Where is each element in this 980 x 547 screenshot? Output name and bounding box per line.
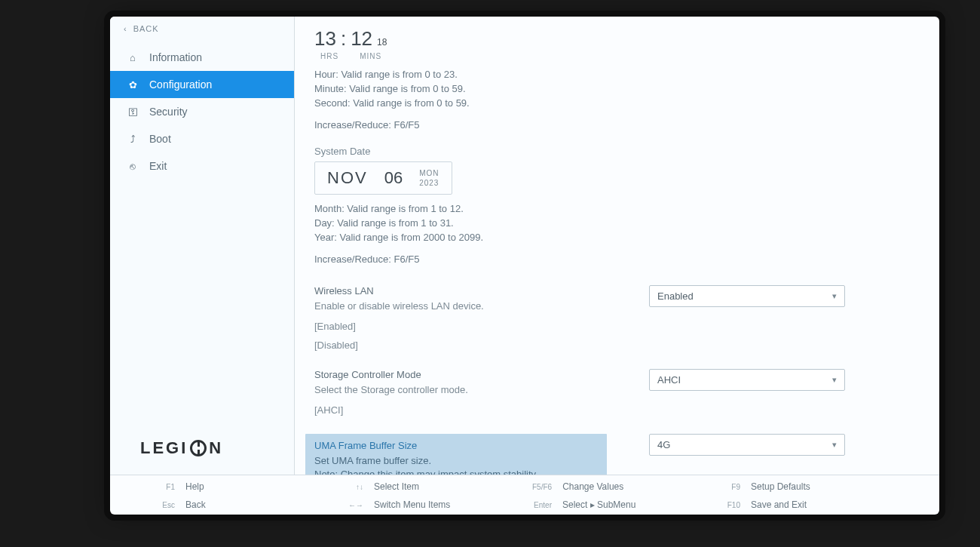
setting-storage-mode: Storage Controller Mode Select the Stora… xyxy=(314,369,920,416)
sidebar-item-configuration[interactable]: ✿ Configuration xyxy=(110,71,294,98)
storage-select[interactable]: AHCI ▾ xyxy=(649,369,845,391)
storage-value: AHCI xyxy=(657,374,681,386)
system-time[interactable]: 13 : 12 18 xyxy=(314,27,920,51)
hotkey-label: Change Values xyxy=(562,481,623,492)
time-sep: : xyxy=(341,27,346,51)
sidebar-item-label: Information xyxy=(149,51,202,63)
back-label: BACK xyxy=(133,24,159,33)
storage-opt-ahci: [AHCI] xyxy=(314,404,631,416)
date-help-3: Year: Valid range is from 2000 to 2099. xyxy=(314,231,920,245)
wireless-opt-disabled: [Disabled] xyxy=(314,340,631,351)
chevron-down-icon: ▾ xyxy=(832,291,837,301)
hotkey-label: Select Item xyxy=(374,481,419,492)
setting-uma-frame-buffer: UMA Frame Buffer Size Set UMA frame buff… xyxy=(314,434,920,475)
time-increase-reduce: Increase/Reduce: F6/F5 xyxy=(314,118,920,133)
setting-wireless-lan: Wireless LAN Enable or disable wireless … xyxy=(314,285,920,351)
sidebar-item-information[interactable]: ⌂ Information xyxy=(110,44,294,71)
time-help-1: Hour: Valid range is from 0 to 23. xyxy=(314,68,920,82)
hotkey-key: ↑↓ xyxy=(344,483,363,491)
date-increase-reduce: Increase/Reduce: F6/F5 xyxy=(314,253,920,267)
date-help-2: Day: Valid range is from 1 to 31. xyxy=(314,217,920,231)
device-frame: ‹ BACK ⌂ Information ✿ Configuration ⚿ S… xyxy=(0,0,980,547)
hotkey-label: Save and Exit xyxy=(751,499,807,510)
time-hours: 13 xyxy=(314,27,336,51)
hotkey-key: F1 xyxy=(155,483,175,491)
hotkey-save-exit: F10 Save and Exit xyxy=(721,499,909,510)
hotkey-setup-defaults: F9 Setup Defaults xyxy=(721,481,909,492)
sidebar-item-boot[interactable]: ⤴ Boot xyxy=(110,125,294,152)
uma-select[interactable]: 4G ▾ xyxy=(649,434,845,456)
wireless-value: Enabled xyxy=(657,290,694,302)
system-date[interactable]: NOV 06 MON 2023 xyxy=(314,161,452,195)
lock-icon: ⚿ xyxy=(127,106,139,118)
mins-label: MINS xyxy=(360,52,381,60)
uma-value: 4G xyxy=(657,439,670,450)
time-minutes: 12 xyxy=(351,27,372,51)
hotkey-key: Enter xyxy=(532,501,552,509)
chevron-down-icon: ▾ xyxy=(832,375,837,385)
system-date-label: System Date xyxy=(314,146,920,157)
hotkey-switch-menu: ←→ Switch Menu Items xyxy=(344,499,532,510)
hotkey-help: F1 Help xyxy=(155,481,344,492)
hotkey-key: F5/F6 xyxy=(532,483,552,491)
storage-desc: Select the Storage controller mode. xyxy=(314,383,631,397)
hotkey-label: Switch Menu Items xyxy=(374,499,450,510)
boot-icon: ⤴ xyxy=(127,134,139,145)
uma-highlight: UMA Frame Buffer Size Set UMA frame buff… xyxy=(305,434,607,475)
time-help-2: Minute: Valid range is from 0 to 59. xyxy=(314,82,920,97)
sidebar-item-label: Security xyxy=(149,106,188,118)
uma-desc: Set UMA frame buffer size. Note: Change … xyxy=(314,454,598,475)
date-help-1: Month: Valid range is from 1 to 12. xyxy=(314,202,920,217)
brand-logo: LEGIN xyxy=(110,438,294,475)
back-button[interactable]: ‹ BACK xyxy=(110,17,294,41)
date-month: NOV xyxy=(327,168,368,188)
sidebar-item-label: Exit xyxy=(149,160,167,172)
date-dow: MON xyxy=(419,168,439,178)
hotkey-key: F9 xyxy=(721,483,740,491)
wireless-title: Wireless LAN xyxy=(314,285,631,297)
uma-title: UMA Frame Buffer Size xyxy=(314,440,598,451)
brand-o-icon xyxy=(190,440,207,456)
sidebar-item-label: Configuration xyxy=(149,78,212,91)
hotkey-label: Select ▸ SubMenu xyxy=(562,499,635,510)
wireless-desc: Enable or disable wireless LAN device. xyxy=(314,300,631,313)
sidebar-item-label: Boot xyxy=(149,133,171,145)
hotkey-back: Esc Back xyxy=(155,499,344,510)
nav: ⌂ Information ✿ Configuration ⚿ Security… xyxy=(110,44,294,438)
storage-title: Storage Controller Mode xyxy=(314,369,631,380)
time-seconds: 18 xyxy=(377,37,387,48)
date-day: 06 xyxy=(384,168,403,188)
sidebar-item-exit[interactable]: ⎋ Exit xyxy=(110,152,294,180)
hotkey-select-item: ↑↓ Select Item xyxy=(344,481,532,492)
exit-icon: ⎋ xyxy=(127,161,139,172)
hotkey-label: Setup Defaults xyxy=(751,481,810,492)
main-area: ‹ BACK ⌂ Information ✿ Configuration ⚿ S… xyxy=(110,17,939,475)
wireless-opt-enabled: [Enabled] xyxy=(314,321,631,332)
date-year: 2023 xyxy=(419,178,439,188)
hotkey-label: Help xyxy=(185,481,204,492)
hotkey-change-values: F5/F6 Change Values xyxy=(532,481,721,492)
wireless-select[interactable]: Enabled ▾ xyxy=(649,285,845,307)
hotkey-select-submenu: Enter Select ▸ SubMenu xyxy=(532,499,721,510)
footer-hotkeys: F1 Help ↑↓ Select Item F5/F6 Change Valu… xyxy=(110,475,939,515)
time-help-3: Second: Valid range is from 0 to 59. xyxy=(314,97,920,111)
hrs-label: HRS xyxy=(320,52,338,60)
hotkey-key: F10 xyxy=(721,501,740,509)
hotkey-key: Esc xyxy=(155,501,175,509)
chevron-left-icon: ‹ xyxy=(124,24,127,33)
bios-screen: ‹ BACK ⌂ Information ✿ Configuration ⚿ S… xyxy=(110,17,939,515)
sidebar: ‹ BACK ⌂ Information ✿ Configuration ⚿ S… xyxy=(110,17,295,475)
content-pane[interactable]: 13 : 12 18 HRS MINS Hour: Valid range is… xyxy=(295,17,939,475)
hotkey-label: Back xyxy=(185,499,206,510)
home-icon: ⌂ xyxy=(127,52,139,63)
gear-icon: ✿ xyxy=(127,79,139,91)
sidebar-item-security[interactable]: ⚿ Security xyxy=(110,98,294,125)
chevron-down-icon: ▾ xyxy=(832,440,837,450)
hotkey-key: ←→ xyxy=(344,501,363,509)
